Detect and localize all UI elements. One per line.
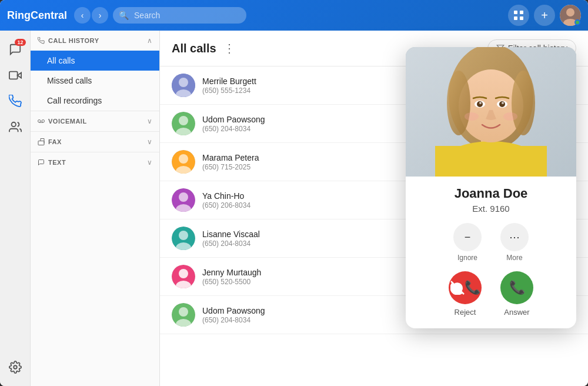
search-input[interactable] xyxy=(113,7,246,24)
svg-rect-1 xyxy=(520,11,523,14)
nav-back-button[interactable]: ‹ xyxy=(74,7,91,24)
answer-button[interactable]: 📞 xyxy=(500,271,533,304)
nav-all-calls[interactable]: All calls xyxy=(31,51,159,71)
text-label: TEXT xyxy=(48,159,66,166)
svg-point-19 xyxy=(179,78,188,87)
video-icon xyxy=(9,69,22,82)
svg-point-10 xyxy=(14,365,17,369)
voicemail-icon xyxy=(38,118,45,125)
svg-rect-14 xyxy=(38,141,44,145)
svg-point-35 xyxy=(179,269,188,278)
svg-point-47 xyxy=(447,71,470,135)
svg-point-9 xyxy=(11,122,15,127)
fax-section-header[interactable]: FAX ∨ xyxy=(31,132,159,152)
minus-icon: − xyxy=(465,231,471,244)
ignore-label: Ignore xyxy=(457,254,477,262)
svg-point-48 xyxy=(512,71,535,135)
sidebar-item-contacts[interactable] xyxy=(4,115,27,139)
svg-rect-0 xyxy=(514,11,517,14)
sidebar-item-video[interactable] xyxy=(4,64,27,87)
svg-rect-2 xyxy=(514,16,517,20)
app-logo: RingCentral xyxy=(7,9,67,22)
ignore-button-wrap: − Ignore xyxy=(453,223,482,262)
svg-point-26 xyxy=(179,154,188,164)
topbar: RingCentral ‹ › 🔍 + xyxy=(0,0,588,31)
text-section: TEXT ∨ xyxy=(31,152,159,172)
call-history-panel: CALL HISTORY ∧ All calls Missed calls Ca… xyxy=(31,31,160,386)
svg-point-29 xyxy=(179,192,188,202)
voicemail-section-header[interactable]: VOICEMAIL ∨ xyxy=(31,111,159,131)
avatar xyxy=(172,188,195,212)
contacts-icon xyxy=(9,121,22,134)
phone-small-icon xyxy=(38,37,45,44)
svg-marker-7 xyxy=(17,72,21,78)
text-chevron-icon: ∨ xyxy=(147,158,152,167)
svg-point-56 xyxy=(503,112,517,121)
fax-section: FAX ∨ xyxy=(31,131,159,152)
fax-icon xyxy=(38,138,45,145)
incoming-call-card: Joanna Doe Ext. 9160 − Ignore ⋯ More xyxy=(406,47,576,328)
page-title: All calls xyxy=(172,42,216,55)
reject-button-wrap: 📞 Reject xyxy=(449,271,482,317)
text-section-header[interactable]: TEXT ∨ xyxy=(31,152,159,172)
sidebar-icons: 12 xyxy=(0,31,31,386)
settings-icon xyxy=(9,361,22,374)
sidebar-item-settings[interactable] xyxy=(4,355,27,379)
avatar-status xyxy=(574,19,580,25)
sidebar-item-phone[interactable] xyxy=(4,89,27,113)
incoming-info: Joanna Doe Ext. 9160 − Ignore ⋯ More xyxy=(406,177,576,328)
avatar xyxy=(172,265,195,288)
user-avatar-wrapper[interactable] xyxy=(560,5,581,26)
more-dots-icon: ⋯ xyxy=(509,231,520,244)
reject-button[interactable]: 📞 xyxy=(449,271,482,304)
messages-badge: 12 xyxy=(15,39,25,46)
svg-point-11 xyxy=(38,120,41,123)
answer-label: Answer xyxy=(504,308,529,317)
more-button[interactable]: ⋯ xyxy=(500,223,529,251)
svg-point-23 xyxy=(179,116,188,125)
sidebar-item-messages[interactable]: 12 xyxy=(4,38,27,61)
answer-phone-icon: 📞 xyxy=(509,280,525,295)
grid-button[interactable] xyxy=(508,5,529,26)
svg-point-53 xyxy=(479,102,482,104)
fax-label: FAX xyxy=(48,138,62,145)
reject-phone-icon: 📞 xyxy=(465,280,480,295)
more-label: More xyxy=(506,254,522,262)
topbar-right: + xyxy=(508,5,581,26)
nav-forward-button[interactable]: › xyxy=(92,7,108,24)
svg-rect-45 xyxy=(435,146,547,177)
caller-photo-image xyxy=(406,47,576,177)
svg-rect-8 xyxy=(9,72,17,79)
ignore-button[interactable]: − xyxy=(453,223,482,251)
avatar xyxy=(172,150,195,174)
fax-chevron-icon: ∨ xyxy=(147,138,152,146)
avatar xyxy=(172,227,195,250)
call-history-section-header[interactable]: CALL HISTORY ∧ xyxy=(31,31,159,51)
nav-missed-calls[interactable]: Missed calls xyxy=(31,71,159,91)
voicemail-section: VOICEMAIL ∨ xyxy=(31,111,159,131)
phone-icon xyxy=(9,95,22,108)
svg-point-12 xyxy=(42,120,45,123)
call-history-label: CALL HISTORY xyxy=(48,37,99,44)
svg-point-32 xyxy=(179,231,188,240)
chevron-up-icon: ∧ xyxy=(147,36,152,45)
caller-ext: Ext. 9160 xyxy=(417,204,564,214)
reject-label: Reject xyxy=(455,308,476,317)
voicemail-chevron-icon: ∨ xyxy=(147,117,152,125)
incoming-actions-row: − Ignore ⋯ More xyxy=(417,223,564,262)
svg-point-5 xyxy=(566,8,574,16)
svg-point-38 xyxy=(179,307,188,317)
svg-rect-3 xyxy=(520,16,523,20)
svg-point-54 xyxy=(502,102,504,104)
voicemail-label: VOICEMAIL xyxy=(48,118,87,125)
caller-photo xyxy=(406,47,576,177)
avatar xyxy=(172,74,195,97)
add-button[interactable]: + xyxy=(534,5,555,26)
search-icon: 🔍 xyxy=(119,11,129,20)
more-options-button[interactable]: ⋮ xyxy=(221,39,238,58)
svg-point-55 xyxy=(465,112,479,121)
reject-icon xyxy=(450,281,465,295)
search-wrapper: 🔍 xyxy=(113,7,360,24)
topbar-nav: ‹ › xyxy=(74,7,108,24)
nav-call-recordings[interactable]: Call recordings xyxy=(31,91,159,111)
